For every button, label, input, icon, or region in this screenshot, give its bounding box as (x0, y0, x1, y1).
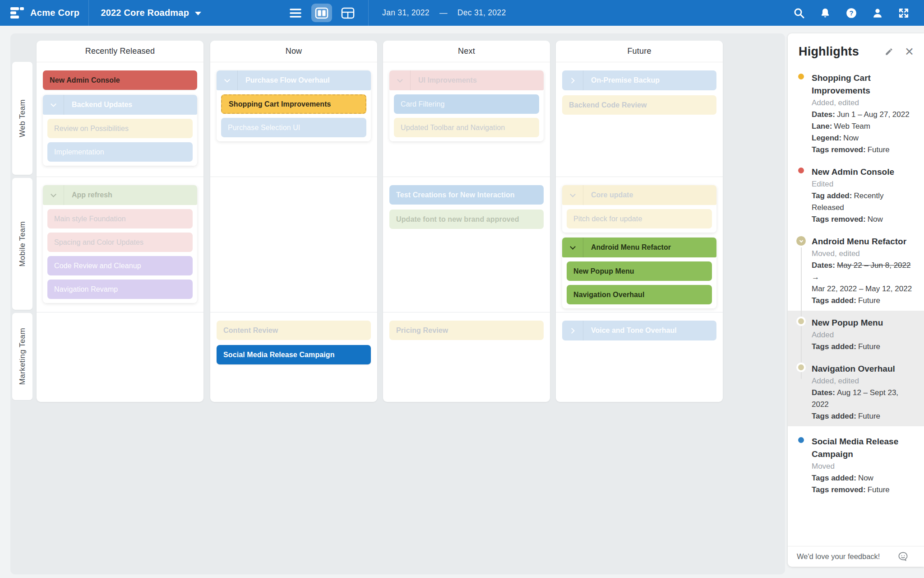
card[interactable]: Navigation Revamp (47, 280, 193, 299)
search-button[interactable] (793, 7, 805, 19)
status-dot (798, 168, 804, 173)
highlight-title: Navigation Overhaul (812, 363, 916, 375)
grouped-changes-block: New Popup Menu Added Tags added:Future N… (788, 311, 924, 426)
help-icon: ? (845, 7, 857, 19)
feedback-text: We'd love your feedback! (797, 552, 889, 561)
lane-label-web-team: Web Team (12, 62, 32, 175)
cell-mobile: App refresh Main style Foundation Spacin… (37, 177, 203, 312)
list-view-icon (289, 7, 302, 19)
card-group: App refresh Main style Foundation Spacin… (43, 185, 197, 303)
card[interactable]: Pitch deck for update (567, 209, 712, 228)
highlights-panel: Highlights ✕ Shopping Cart Improvements … (788, 33, 924, 567)
highlight-title: Shopping Cart Improvements (812, 72, 916, 97)
board-view-icon (315, 7, 328, 19)
card[interactable]: Card Filtering (394, 94, 539, 114)
close-button[interactable]: ✕ (905, 46, 914, 57)
highlight-item: Android Menu Refactor Moved, edited Date… (788, 229, 924, 311)
acme-logo-icon (10, 7, 24, 19)
cell-web: UI Improvements Card Filtering Updated T… (383, 62, 550, 177)
status-dot (798, 364, 804, 370)
card[interactable]: Code Review and Cleanup (47, 256, 193, 275)
card[interactable]: Shopping Cart Improvements (221, 94, 366, 114)
card[interactable]: Navigation Overhaul (567, 285, 712, 304)
lane-label-marketing-team: Marketing Team (12, 313, 32, 400)
group-header[interactable]: Purchase Flow Overhaul (217, 70, 371, 90)
cell-marketing (37, 312, 203, 402)
highlight-title: New Popup Menu (812, 317, 916, 329)
help-button[interactable]: ? (845, 7, 857, 19)
cell-mobile: Test Creations for New Interaction Updat… (383, 177, 550, 312)
highlight-status: Added, edited (812, 97, 916, 109)
expand-button[interactable] (897, 7, 910, 19)
group-header[interactable]: UI Improvements (389, 70, 544, 90)
card-group: Android Menu Refactor New Popup Menu Nav… (562, 238, 716, 308)
highlight-item: Shopping Cart Improvements Added, edited… (788, 66, 924, 160)
date-start: Jan 31, 2022 (382, 8, 430, 18)
column-header: Next (383, 41, 550, 62)
chevron-down-icon[interactable] (43, 185, 64, 205)
cell-mobile: Core update Pitch deck for update Androi… (556, 177, 723, 312)
notifications-button[interactable] (819, 7, 831, 19)
feedback-bar: We'd love your feedback! (788, 546, 924, 567)
top-bar: Acme Corp 2022 Core Roadmap (0, 0, 924, 26)
card-group: Purchase Flow Overhaul Shopping Cart Imp… (217, 70, 371, 141)
card[interactable]: Main style Foundation (47, 209, 193, 228)
collapsed-group-card[interactable]: Voice and Tone Overhaul (562, 321, 716, 340)
card[interactable]: Purchase Selection UI (221, 118, 366, 137)
roadmap-selector[interactable]: 2022 Core Roadmap (89, 0, 213, 26)
card[interactable]: New Popup Menu (567, 261, 712, 281)
group-header[interactable]: App refresh (43, 185, 197, 205)
brand-home-link[interactable]: Acme Corp (0, 0, 88, 26)
chevron-right-icon[interactable] (562, 321, 583, 340)
column-header: Recently Released (37, 41, 203, 62)
person-icon (872, 7, 883, 19)
card[interactable]: Update font to new brand approved (389, 210, 544, 229)
highlight-title: Social Media Release Campaign (812, 435, 916, 461)
card[interactable]: Implementation (47, 142, 193, 162)
board-view-button[interactable] (311, 4, 332, 22)
chevron-down-icon[interactable] (562, 238, 583, 257)
highlight-status: Edited (812, 178, 916, 190)
cell-web: On-Premise Backup Backend Code Review (556, 62, 723, 177)
highlight-item: New Popup Menu Added Tags added:Future (788, 311, 924, 357)
feedback-button[interactable] (897, 551, 909, 562)
chevron-down-icon (195, 12, 201, 15)
account-button[interactable] (871, 7, 883, 19)
moved-status-icon (796, 236, 806, 246)
table-view-button[interactable] (337, 4, 358, 22)
group-header[interactable]: Backend Updates (43, 95, 197, 115)
card-group: Backend Updates Review on Possibilities … (43, 95, 197, 166)
card[interactable]: Test Creations for New Interaction (389, 185, 544, 205)
date-range[interactable]: Jan 31, 2022 — Dec 31, 2022 (369, 8, 519, 18)
chevron-down-icon[interactable] (389, 70, 411, 90)
cell-marketing: Voice and Tone Overhaul (556, 312, 723, 402)
chevron-down-icon[interactable] (562, 185, 583, 205)
highlight-title: Android Menu Refactor (812, 235, 916, 248)
svg-text:?: ? (849, 9, 853, 17)
chevron-down-icon[interactable] (217, 70, 238, 90)
topbar-actions: ? (793, 7, 924, 19)
group-header[interactable]: Core update (562, 185, 716, 205)
lane-label-mobile-team: Mobile Team (12, 178, 32, 310)
card[interactable]: Pricing Review (389, 321, 544, 340)
status-dot (798, 74, 804, 79)
list-view-button[interactable] (285, 4, 306, 22)
status-dot (798, 318, 804, 324)
status-dot (798, 437, 804, 443)
card[interactable]: Content Review (217, 321, 371, 340)
highlights-header: Highlights ✕ (788, 33, 924, 66)
column-future: Future On-Premise Backup Backend Code Re… (556, 41, 723, 402)
chevron-right-icon[interactable] (562, 70, 583, 90)
card[interactable]: Social Media Release Campaign (217, 345, 371, 364)
card[interactable]: Spacing and Color Updates (47, 233, 193, 252)
card[interactable]: Backend Code Review (562, 95, 716, 115)
collapsed-group-card[interactable]: On-Premise Backup (562, 70, 716, 90)
edit-button[interactable] (885, 47, 893, 56)
card[interactable]: Updated Toolbar and Navigation (394, 118, 539, 137)
pencil-icon (885, 47, 893, 56)
card[interactable]: Review on Possibilities (47, 119, 193, 138)
view-switcher (275, 4, 368, 22)
chevron-down-icon[interactable] (43, 95, 64, 115)
group-header[interactable]: Android Menu Refactor (562, 238, 716, 257)
card[interactable]: New Admin Console (43, 70, 197, 90)
